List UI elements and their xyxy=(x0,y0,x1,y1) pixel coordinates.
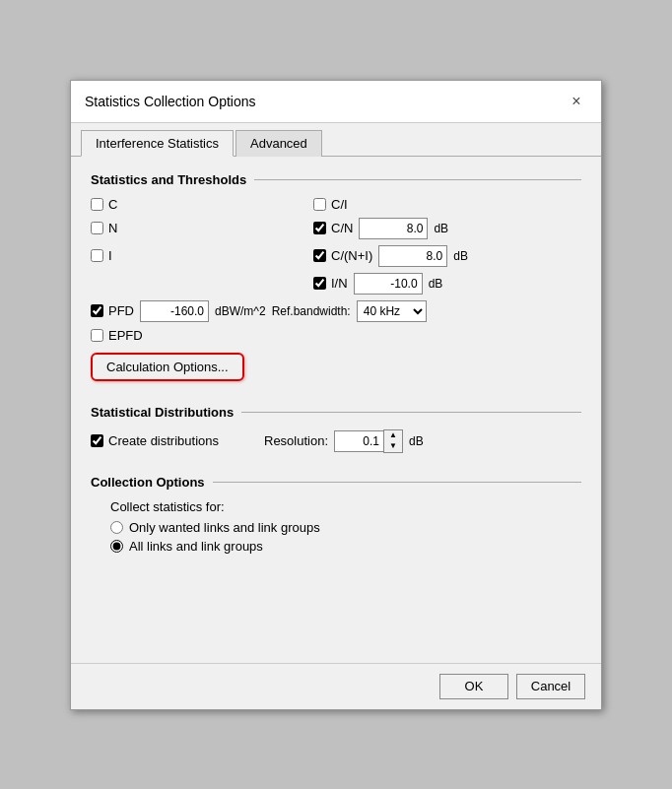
checkbox-in-label[interactable]: I/N xyxy=(313,276,348,291)
unit-cni: dB xyxy=(453,249,468,263)
input-in[interactable] xyxy=(354,273,423,295)
stats-section-divider xyxy=(254,179,581,180)
label-ci: C/I xyxy=(331,197,348,212)
spinner-up[interactable]: ▲ xyxy=(384,430,402,441)
checkbox-pfd-label[interactable]: PFD xyxy=(91,303,134,318)
radio-all-links-label[interactable]: All links and link groups xyxy=(110,539,581,554)
distributions-row: Create distributions Resolution: ▲ ▼ dB xyxy=(91,429,581,453)
calculation-options-button[interactable]: Calculation Options... xyxy=(91,353,244,381)
unit-pfd: dBW/m^2 xyxy=(215,304,266,318)
col-i: I xyxy=(91,248,307,263)
radio-wanted-only-label[interactable]: Only wanted links and link groups xyxy=(110,520,581,535)
stats-section-title: Statistics and Thresholds xyxy=(91,172,246,187)
checkbox-cn[interactable] xyxy=(313,222,326,234)
checkbox-n-label[interactable]: N xyxy=(91,221,117,235)
footer: OK Cancel xyxy=(71,663,601,709)
distributions-section-title: Statistical Distributions xyxy=(91,405,234,420)
label-i: I xyxy=(108,248,112,263)
resolution-spinner: ▲ ▼ xyxy=(334,429,403,453)
dialog-title: Statistics Collection Options xyxy=(85,94,256,109)
label-epfd: EPFD xyxy=(108,328,143,343)
collection-section: Collection Options Collect statistics fo… xyxy=(91,475,581,558)
resolution-unit: dB xyxy=(409,434,424,448)
checkbox-cni[interactable] xyxy=(313,249,326,262)
spinner-down[interactable]: ▼ xyxy=(384,441,402,452)
stats-section: Statistics and Thresholds C C/I xyxy=(91,172,581,389)
col-cn: C/N dB xyxy=(313,218,448,239)
title-bar: Statistics Collection Options × xyxy=(71,81,601,123)
row-in: I/N dB xyxy=(91,273,581,295)
checkbox-i[interactable] xyxy=(91,249,103,262)
label-cni: C/(N+I) xyxy=(331,248,372,263)
collection-section-title: Collection Options xyxy=(91,475,205,490)
col-c: C xyxy=(91,197,307,212)
collection-section-divider xyxy=(213,482,581,483)
row-c-ci: C C/I xyxy=(91,197,581,212)
radio-all-links[interactable] xyxy=(110,540,123,553)
label-in: I/N xyxy=(331,276,348,291)
label-n: N xyxy=(108,221,117,235)
tab-bar: Interference Statistics Advanced xyxy=(71,123,601,157)
cancel-button[interactable]: Cancel xyxy=(516,674,585,699)
checkbox-ci-label[interactable]: C/I xyxy=(313,197,348,212)
tab-content: Statistics and Thresholds C C/I xyxy=(71,157,601,663)
checkbox-in[interactable] xyxy=(313,277,326,290)
checkbox-cni-label[interactable]: C/(N+I) xyxy=(313,248,372,263)
row-n-cn: N C/N dB xyxy=(91,218,581,239)
tab-advanced[interactable]: Advanced xyxy=(235,130,322,157)
label-c: C xyxy=(108,197,117,212)
checkbox-ci[interactable] xyxy=(313,198,326,211)
input-cni[interactable] xyxy=(378,245,447,267)
col-ci: C/I xyxy=(313,197,348,212)
ok-button[interactable]: OK xyxy=(439,674,508,699)
label-create-distributions: Create distributions xyxy=(108,433,219,448)
tab-interference-statistics[interactable]: Interference Statistics xyxy=(81,130,234,157)
input-pfd[interactable] xyxy=(140,300,209,322)
spinner-arrows: ▲ ▼ xyxy=(383,429,403,453)
checkbox-cn-label[interactable]: C/N xyxy=(313,221,353,235)
collection-options-group: Collect statistics for: Only wanted link… xyxy=(110,499,581,554)
col-in: I/N dB xyxy=(313,273,442,295)
distributions-section-divider xyxy=(241,412,581,413)
radio-wanted-only[interactable] xyxy=(110,521,123,534)
checkbox-i-label[interactable]: I xyxy=(91,248,112,263)
resolution-group: Resolution: ▲ ▼ dB xyxy=(264,429,424,453)
checkbox-create-distributions[interactable] xyxy=(91,434,103,447)
checkbox-c[interactable] xyxy=(91,198,103,211)
label-cn: C/N xyxy=(331,221,353,235)
unit-cn: dB xyxy=(434,222,448,235)
collect-for-label: Collect statistics for: xyxy=(110,499,581,514)
ref-bandwidth-select[interactable]: 1 kHz 4 kHz 10 kHz 40 kHz 100 kHz 1 MHz … xyxy=(357,300,427,322)
stats-section-header: Statistics and Thresholds xyxy=(91,172,581,187)
resolution-input[interactable] xyxy=(334,430,383,452)
checkbox-epfd-label[interactable]: EPFD xyxy=(91,328,143,343)
dialog: Statistics Collection Options × Interfer… xyxy=(70,80,602,710)
input-cn[interactable] xyxy=(359,218,428,239)
checkbox-pfd[interactable] xyxy=(91,304,103,317)
epfd-row: EPFD xyxy=(91,328,581,343)
collection-section-header: Collection Options xyxy=(91,475,581,490)
create-distributions-label[interactable]: Create distributions xyxy=(91,433,219,448)
close-button[interactable]: × xyxy=(566,91,587,112)
resolution-label: Resolution: xyxy=(264,433,328,448)
checkbox-n[interactable] xyxy=(91,222,103,234)
pfd-row: PFD dBW/m^2 Ref.bandwidth: 1 kHz 4 kHz 1… xyxy=(91,300,581,322)
row-i-cni: I C/(N+I) dB xyxy=(91,245,581,267)
label-all-links: All links and link groups xyxy=(129,539,263,554)
label-wanted-only: Only wanted links and link groups xyxy=(129,520,320,535)
distributions-section: Statistical Distributions Create distrib… xyxy=(91,405,581,459)
col-cni: C/(N+I) dB xyxy=(313,245,468,267)
ref-label: Ref.bandwidth: xyxy=(272,304,351,318)
unit-in: dB xyxy=(429,277,443,291)
calc-btn-wrapper: Calculation Options... xyxy=(91,349,581,389)
col-n: N xyxy=(91,221,307,235)
checkbox-epfd[interactable] xyxy=(91,329,103,342)
checkbox-c-label[interactable]: C xyxy=(91,197,117,212)
distributions-section-header: Statistical Distributions xyxy=(91,405,581,420)
label-pfd: PFD xyxy=(108,303,134,318)
